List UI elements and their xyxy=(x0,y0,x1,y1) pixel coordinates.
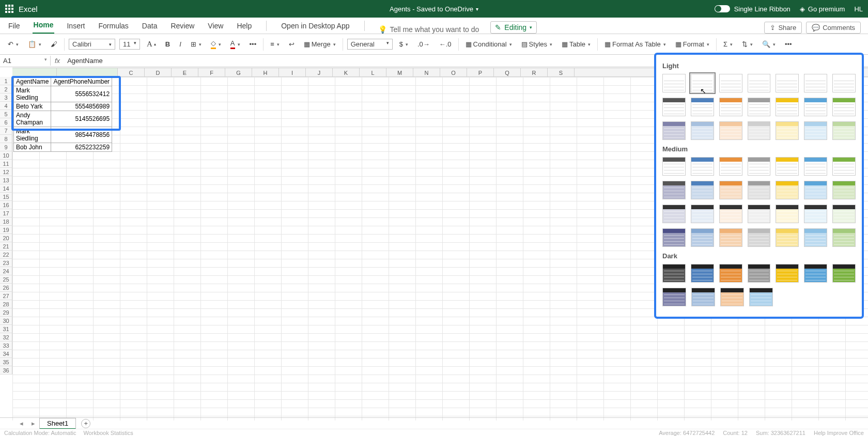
table-cell[interactable]: 6252232259 xyxy=(51,143,112,152)
row-header[interactable]: 24 xyxy=(0,267,12,275)
row-header[interactable]: 35 xyxy=(0,358,12,366)
sheet-nav-prev[interactable]: ◂ xyxy=(16,419,27,427)
row-header[interactable]: 30 xyxy=(0,317,12,325)
autosum-button[interactable]: Σ xyxy=(721,39,735,50)
row-header[interactable]: 7 xyxy=(0,127,12,135)
table-style-option[interactable] xyxy=(776,205,799,223)
name-box[interactable]: A1▾ xyxy=(0,56,51,66)
table-row[interactable]: Mark Siedling9854478856 xyxy=(14,127,112,143)
table-style-option[interactable] xyxy=(776,74,799,92)
cell-styles-button[interactable]: ▨Styles xyxy=(519,39,555,50)
table-style-option[interactable] xyxy=(804,98,827,116)
table-style-option[interactable] xyxy=(719,98,742,116)
table-style-option[interactable] xyxy=(832,205,856,223)
tab-help[interactable]: Help xyxy=(236,19,253,34)
tab-review[interactable]: Review xyxy=(169,19,195,34)
table-style-option[interactable] xyxy=(749,288,773,306)
tab-formulas[interactable]: Formulas xyxy=(97,19,129,34)
user-avatar[interactable]: HL xyxy=(854,5,863,13)
row-header[interactable]: 26 xyxy=(0,284,12,292)
table-style-option[interactable] xyxy=(691,121,714,140)
table-header-cell[interactable]: AgentPhoneNumber xyxy=(51,77,112,86)
row-header[interactable]: 4 xyxy=(0,102,12,110)
row-header[interactable]: 15 xyxy=(0,193,12,201)
table-style-option[interactable] xyxy=(804,74,827,92)
table-style-option[interactable] xyxy=(691,181,714,199)
row-header[interactable]: 12 xyxy=(0,168,12,176)
tab-file[interactable]: File xyxy=(7,19,21,34)
table-style-option[interactable] xyxy=(776,228,799,247)
data-selection[interactable]: AgentName AgentPhoneNumber Mark Siedling… xyxy=(13,77,112,152)
format-painter-button[interactable]: 🖌 xyxy=(48,39,60,50)
currency-button[interactable]: $ xyxy=(397,39,411,50)
table-style-option[interactable] xyxy=(804,157,827,176)
row-header[interactable]: 20 xyxy=(0,234,12,242)
open-in-desktop-button[interactable]: Open in Desktop App xyxy=(280,19,350,34)
formula-input[interactable]: AgentName xyxy=(64,57,106,65)
row-header[interactable]: 18 xyxy=(0,217,12,226)
column-header[interactable]: E xyxy=(172,68,198,76)
table-cell[interactable]: 5556532412 xyxy=(51,86,112,102)
row-header[interactable]: 33 xyxy=(0,341,12,350)
workbook-stats-label[interactable]: Workbook Statistics xyxy=(83,430,133,436)
font-name-selector[interactable]: Calibri▾ xyxy=(69,39,115,50)
table-style-option[interactable] xyxy=(719,74,742,92)
column-header[interactable]: P xyxy=(467,68,494,76)
number-format-selector[interactable]: General▾ xyxy=(347,39,393,50)
column-header[interactable]: C xyxy=(118,68,145,76)
table-style-option[interactable] xyxy=(662,74,686,92)
sheet-tab[interactable]: Sheet1 xyxy=(39,418,76,429)
table-style-option[interactable] xyxy=(662,98,686,116)
decrease-decimal-button[interactable]: ←.0 xyxy=(437,39,454,50)
fill-color-button[interactable]: ◇ xyxy=(208,38,224,51)
table-style-option[interactable] xyxy=(748,98,771,116)
align-button[interactable]: ≡ xyxy=(268,39,282,50)
row-headers[interactable]: 1234567891011121314151617181920212223242… xyxy=(0,77,12,375)
row-header[interactable]: 27 xyxy=(0,292,12,300)
table-style-option[interactable] xyxy=(691,264,714,283)
table-style-option[interactable] xyxy=(748,205,771,223)
row-header[interactable]: 2 xyxy=(0,85,12,94)
table-style-option[interactable] xyxy=(719,205,742,223)
row-header[interactable]: 6 xyxy=(0,118,12,127)
column-header[interactable]: D xyxy=(145,68,172,76)
comments-button[interactable]: 💬Comments xyxy=(806,22,861,34)
tell-me-search[interactable]: 💡 Tell me what you want to do xyxy=(378,25,479,34)
calc-mode-label[interactable]: Calculation Mode: Automatic xyxy=(4,430,76,436)
column-header[interactable]: H xyxy=(252,68,279,76)
fx-icon[interactable]: fx xyxy=(51,57,64,65)
increase-font-button[interactable]: A▴ xyxy=(144,38,159,50)
column-header[interactable] xyxy=(12,68,57,76)
table-style-option[interactable] xyxy=(748,121,771,140)
row-header[interactable]: 25 xyxy=(0,275,12,284)
table-style-option[interactable] xyxy=(691,157,714,176)
table-style-option[interactable] xyxy=(776,157,799,176)
table-style-option[interactable] xyxy=(662,264,686,283)
row-header[interactable]: 19 xyxy=(0,226,12,234)
tab-insert[interactable]: Insert xyxy=(66,19,86,34)
table-cell[interactable]: Beto Yark xyxy=(14,102,51,111)
table-cell[interactable]: Andy Champan xyxy=(14,111,51,127)
column-header[interactable]: K xyxy=(333,68,360,76)
row-header[interactable]: 1 xyxy=(0,77,12,85)
table-style-option[interactable] xyxy=(719,264,742,283)
tab-view[interactable]: View xyxy=(207,19,224,34)
column-header[interactable]: O xyxy=(440,68,467,76)
table-style-option[interactable] xyxy=(804,181,827,199)
table-style-option[interactable] xyxy=(804,205,827,223)
more-font-button[interactable]: ••• xyxy=(247,39,259,50)
bold-button[interactable]: B xyxy=(163,39,173,50)
tab-data[interactable]: Data xyxy=(141,19,159,34)
table-style-option[interactable] xyxy=(832,181,856,199)
share-button[interactable]: ⇪Share xyxy=(764,22,802,34)
row-header[interactable]: 11 xyxy=(0,160,12,168)
undo-button[interactable]: ↶ xyxy=(5,39,21,50)
table-style-option[interactable] xyxy=(691,74,714,92)
table-style-option[interactable] xyxy=(832,157,856,176)
table-style-option[interactable] xyxy=(832,264,856,283)
table-row[interactable]: Bob John6252232259 xyxy=(14,143,112,152)
table-cell[interactable]: 5145526695 xyxy=(51,111,112,127)
column-header[interactable]: L xyxy=(360,68,386,76)
table-cell[interactable]: 9854478856 xyxy=(51,127,112,143)
table-cell[interactable]: Bob John xyxy=(14,143,51,152)
